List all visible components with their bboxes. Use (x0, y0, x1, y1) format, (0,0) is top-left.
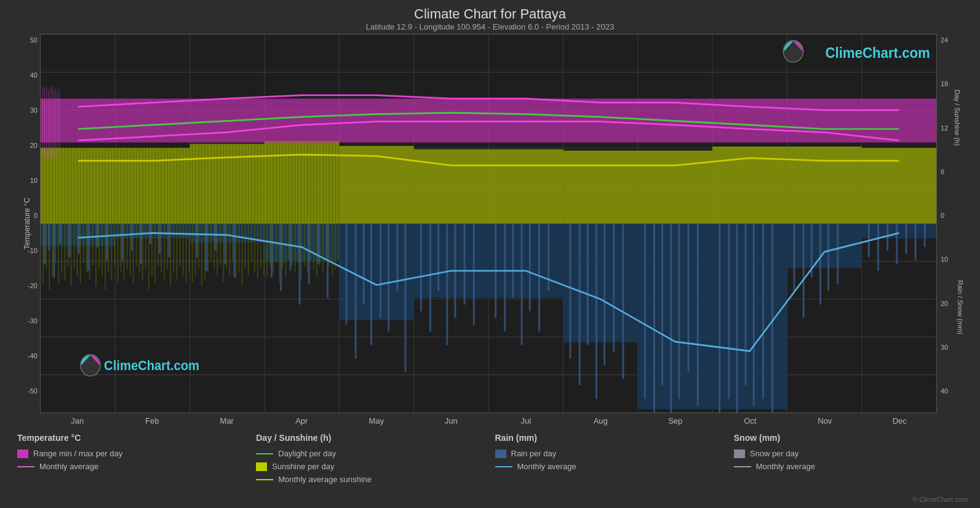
svg-rect-176 (192, 144, 193, 283)
svg-rect-203 (276, 141, 277, 262)
legend-area: Temperature °C Range min / max per day M… (6, 428, 974, 508)
svg-rect-232 (55, 87, 56, 159)
svg-rect-115 (924, 224, 926, 247)
svg-rect-148 (105, 148, 106, 289)
svg-rect-80 (538, 224, 540, 331)
month-apr: Apr (265, 416, 340, 425)
svg-rect-159 (139, 148, 140, 273)
y-tick-neg30: -30 (6, 318, 38, 325)
legend-sunshine-per-day: Sunshine per day (256, 462, 485, 471)
svg-rect-147 (102, 148, 103, 276)
svg-rect-197 (257, 144, 258, 279)
r-tick-18: 18 (941, 81, 974, 87)
legend-sunshine-avg: Monthly average sunshine (256, 475, 485, 484)
svg-rect-69 (429, 224, 431, 331)
svg-rect-233 (57, 91, 58, 156)
chart-svg: ClimeChart.com ClimeChart.com (41, 34, 936, 413)
legend-rain-per-day: Rain per day (495, 449, 724, 458)
svg-rect-26 (414, 224, 488, 298)
legend-snow-avg: Monthly average (734, 462, 963, 471)
svg-rect-217 (319, 141, 321, 266)
svg-rect-214 (310, 141, 311, 259)
svg-rect-112 (896, 224, 898, 264)
r-tick-0: 0 (941, 212, 974, 219)
legend-daylight: Daylight per day (256, 449, 485, 458)
svg-rect-198 (260, 144, 261, 269)
svg-rect-191 (239, 144, 240, 272)
legend-snow: Snow (mm) Snow per day Monthly average ©… (729, 433, 968, 506)
svg-rect-91 (661, 224, 663, 385)
svg-rect-230 (52, 86, 52, 160)
svg-rect-201 (269, 141, 271, 266)
svg-rect-113 (905, 224, 907, 254)
svg-rect-121 (414, 149, 488, 224)
svg-rect-143 (89, 148, 90, 280)
svg-rect-145 (95, 148, 97, 286)
svg-rect-132 (55, 148, 56, 262)
svg-rect-74 (473, 224, 475, 325)
svg-rect-167 (164, 148, 165, 280)
svg-rect-182 (210, 144, 212, 262)
svg-rect-44 (140, 224, 142, 264)
svg-rect-28 (563, 224, 637, 342)
svg-rect-92 (670, 224, 672, 413)
y-tick-neg40: -40 (6, 353, 38, 360)
svg-rect-161 (145, 148, 146, 269)
svg-rect-194 (248, 144, 249, 276)
svg-rect-127 (862, 148, 936, 224)
temp-avg-line (17, 466, 34, 467)
svg-rect-76 (504, 224, 506, 331)
svg-rect-126 (787, 147, 861, 224)
right-axis-label-sunshine: Day / Sunshine (h) (953, 89, 960, 145)
svg-rect-162 (148, 148, 149, 289)
svg-rect-186 (223, 144, 224, 283)
legend-temp-avg: Monthly average (17, 462, 246, 471)
svg-rect-138 (74, 148, 75, 269)
svg-rect-196 (254, 144, 255, 272)
svg-rect-104 (803, 224, 805, 318)
svg-rect-93 (678, 224, 680, 399)
svg-rect-62 (363, 224, 365, 305)
svg-rect-225 (42, 87, 43, 158)
svg-rect-146 (98, 148, 100, 269)
svg-rect-43 (131, 224, 133, 251)
svg-rect-228 (48, 90, 49, 156)
svg-rect-73 (464, 224, 466, 305)
svg-rect-174 (186, 148, 187, 283)
month-nov: Nov (787, 416, 862, 425)
legend-rain: Rain (mm) Rain per day Monthly average (490, 433, 729, 506)
svg-rect-33 (44, 224, 46, 264)
svg-rect-229 (50, 88, 50, 158)
svg-rect-156 (130, 148, 131, 276)
svg-rect-47 (168, 224, 170, 257)
svg-rect-183 (213, 144, 215, 269)
y-tick-neg10: -10 (6, 248, 38, 254)
y-tick-neg50: -50 (6, 388, 38, 395)
sunshine-swatch (256, 462, 267, 471)
svg-rect-179 (201, 144, 202, 286)
svg-rect-85 (596, 224, 597, 399)
svg-rect-211 (301, 141, 302, 280)
svg-rect-215 (313, 141, 314, 269)
legend-temp-title: Temperature °C (17, 433, 246, 443)
svg-rect-207 (288, 141, 289, 259)
svg-rect-210 (298, 141, 299, 262)
svg-rect-98 (736, 224, 738, 413)
svg-rect-170 (173, 148, 174, 273)
svg-rect-144 (92, 148, 94, 266)
legend-rain-avg: Monthly average (495, 462, 724, 471)
svg-rect-178 (198, 144, 199, 269)
svg-rect-102 (771, 224, 773, 413)
svg-rect-149 (108, 148, 109, 273)
snow-swatch (734, 450, 745, 458)
legend-snow-title: Snow (mm) (734, 433, 963, 443)
y-tick-0: 0 (6, 212, 38, 219)
svg-rect-171 (176, 148, 177, 280)
legend-rain-label: Rain per day (511, 449, 557, 458)
svg-rect-205 (282, 141, 283, 269)
month-sep: Sep (638, 416, 713, 425)
svg-rect-142 (86, 148, 87, 273)
svg-text:ClimeChart.com: ClimeChart.com (104, 358, 199, 373)
svg-rect-37 (69, 224, 71, 257)
svg-rect-78 (521, 224, 523, 345)
